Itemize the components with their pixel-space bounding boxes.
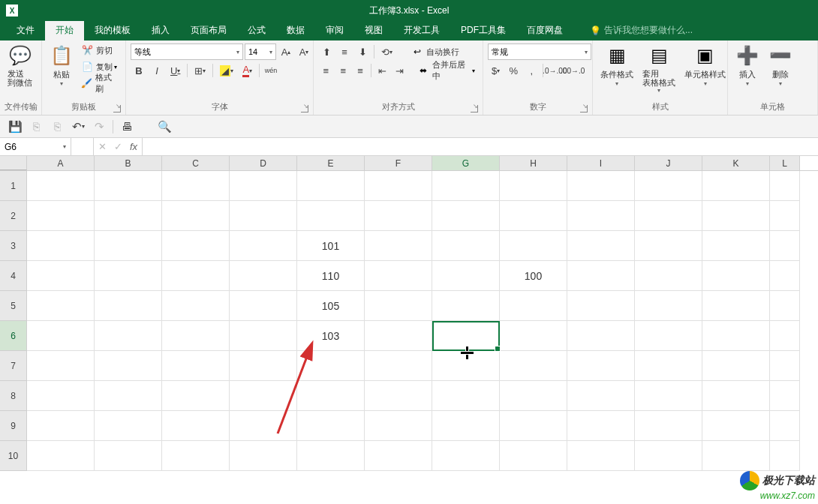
italic-button[interactable]: I [149, 62, 165, 79]
qat-btn-5[interactable]: 🔍 [155, 118, 173, 136]
col-header[interactable]: D [230, 156, 297, 170]
align-middle-button[interactable]: ≡ [336, 44, 353, 60]
cell[interactable] [500, 231, 567, 261]
col-header[interactable]: J [635, 156, 702, 170]
cell[interactable] [27, 411, 95, 441]
qat-btn-2[interactable]: ⎘ [27, 118, 45, 136]
cell[interactable]: 103 [297, 321, 365, 351]
cell[interactable] [702, 441, 770, 471]
cell[interactable] [770, 381, 800, 411]
cell[interactable] [567, 201, 635, 231]
cell[interactable] [230, 351, 297, 381]
cell[interactable] [365, 441, 432, 471]
decrease-indent-button[interactable]: ⇤ [374, 62, 390, 79]
cell[interactable] [297, 351, 365, 381]
cell[interactable] [365, 321, 432, 351]
row-header[interactable]: 10 [0, 441, 27, 471]
cell[interactable] [635, 441, 702, 471]
cell[interactable] [230, 291, 297, 321]
cell[interactable] [500, 441, 567, 471]
cell[interactable] [702, 171, 770, 201]
row-header[interactable]: 4 [0, 261, 27, 291]
tab-pdf[interactable]: PDF工具集 [450, 20, 516, 40]
cell[interactable] [635, 261, 702, 291]
cell[interactable] [365, 231, 432, 261]
cell[interactable] [567, 291, 635, 321]
cell[interactable] [95, 261, 162, 291]
cell-styles-button[interactable]: ▣ 单元格样式 ▾ [680, 42, 730, 88]
cell[interactable] [27, 261, 95, 291]
cell[interactable] [365, 351, 432, 381]
cell[interactable] [27, 201, 95, 231]
cell[interactable] [95, 351, 162, 381]
cell[interactable] [500, 351, 567, 381]
cell[interactable] [162, 381, 230, 411]
cell[interactable] [770, 441, 800, 471]
tab-home[interactable]: 开始 [45, 20, 84, 40]
name-box[interactable]: G6▾ [0, 138, 71, 155]
cell[interactable] [432, 171, 500, 201]
row-header[interactable]: 8 [0, 381, 27, 411]
cell[interactable] [27, 291, 95, 321]
cell[interactable] [702, 201, 770, 231]
cell[interactable] [27, 351, 95, 381]
cell[interactable] [500, 321, 567, 351]
launcher-icon[interactable] [471, 105, 478, 112]
currency-button[interactable]: $ ▾ [488, 62, 504, 79]
col-header[interactable]: C [162, 156, 230, 170]
col-header[interactable]: E [297, 156, 365, 170]
row-header[interactable]: 6 [0, 321, 27, 351]
cell[interactable] [770, 201, 800, 231]
cell[interactable] [162, 231, 230, 261]
cell[interactable] [500, 291, 567, 321]
tab-view[interactable]: 视图 [354, 20, 393, 40]
cell[interactable] [770, 321, 800, 351]
col-header[interactable]: A [27, 156, 95, 170]
tell-me-search[interactable]: 💡 告诉我您想要做什么... [582, 20, 700, 40]
cell[interactable] [432, 381, 500, 411]
cell[interactable] [500, 411, 567, 441]
cell[interactable] [365, 291, 432, 321]
cell[interactable] [432, 201, 500, 231]
cell[interactable] [230, 441, 297, 471]
cell[interactable] [162, 441, 230, 471]
cell[interactable] [702, 351, 770, 381]
send-wechat-button[interactable]: 💬 发送到微信 [3, 42, 37, 88]
bold-button[interactable]: B [131, 62, 147, 79]
decrease-decimal-button[interactable]: .00→.0 [564, 62, 581, 79]
cell[interactable] [162, 351, 230, 381]
row-header[interactable]: 1 [0, 171, 27, 201]
launcher-icon[interactable] [580, 105, 588, 112]
tab-file[interactable]: 文件 [6, 20, 45, 40]
save-button[interactable]: 💾 [6, 118, 24, 136]
cell[interactable] [297, 201, 365, 231]
cell[interactable] [162, 261, 230, 291]
align-left-button[interactable]: ≡ [318, 62, 334, 79]
tab-developer[interactable]: 开发工具 [393, 20, 450, 40]
enter-icon[interactable]: ✓ [114, 141, 122, 152]
cell[interactable] [635, 411, 702, 441]
conditional-format-button[interactable]: ▦ 条件格式 ▾ [596, 42, 638, 88]
align-center-button[interactable]: ≡ [335, 62, 351, 79]
tab-templates[interactable]: 我的模板 [84, 20, 141, 40]
cell[interactable] [635, 201, 702, 231]
cell[interactable] [162, 171, 230, 201]
tab-formulas[interactable]: 公式 [237, 20, 276, 40]
cell[interactable] [27, 171, 95, 201]
cell[interactable] [162, 321, 230, 351]
redo-button[interactable]: ↷ [90, 118, 108, 136]
cut-button[interactable]: ✂️剪切 [78, 42, 122, 58]
cell[interactable] [95, 441, 162, 471]
fill-color-button[interactable]: ◢ ▾ [216, 62, 237, 79]
cell[interactable] [162, 411, 230, 441]
cell[interactable] [297, 171, 365, 201]
font-color-button[interactable]: A ▾ [239, 62, 256, 79]
cell[interactable] [365, 171, 432, 201]
border-button[interactable]: ⊞ ▾ [191, 62, 209, 79]
spreadsheet-grid[interactable]: A B C D E F G H I J K L 1 2 3 4 5 6 7 8 … [0, 156, 818, 502]
number-format-select[interactable]: 常规▾ [488, 44, 591, 60]
cell[interactable] [95, 291, 162, 321]
col-header[interactable]: F [365, 156, 432, 170]
align-top-button[interactable]: ⬆ [318, 44, 335, 60]
cell[interactable] [635, 291, 702, 321]
